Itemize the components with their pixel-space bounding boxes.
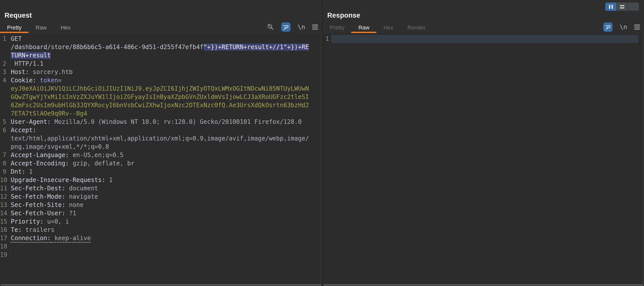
code-text: /dashboard/store/88b6b6c5-a614-486c-9d51… — [8, 43, 322, 51]
tab-hex[interactable]: Hex — [376, 23, 400, 33]
code-text: Host: sorcery.htb — [8, 68, 322, 76]
code-segment: = — [58, 77, 62, 84]
code-row: 8Accept-Encoding: gzip, deflate, br — [0, 159, 322, 168]
newline-icon[interactable]: \n — [620, 23, 627, 31]
line-number: 2 — [0, 60, 8, 68]
code-segment: png,image/svg+xml,*/*;q=0.8 — [11, 143, 109, 150]
line-number — [0, 85, 8, 93]
newline-glyph: \n — [620, 23, 627, 31]
line-number — [0, 51, 8, 60]
code-segment: Accept-Encoding: — [11, 160, 69, 167]
code-text: Te: trailers — [8, 226, 322, 234]
code-segment: Accept: — [11, 127, 36, 134]
code-segment: 7ETA7tSlAOe9q0Rv--Bg4 — [11, 110, 87, 117]
line-number: 5 — [0, 118, 8, 126]
line-number: 18 — [0, 242, 8, 251]
code-segment: GET — [11, 35, 22, 42]
code-row: /dashboard/store/88b6b6c5-a614-486c-9d51… — [0, 43, 322, 51]
line-number: 9 — [0, 168, 8, 176]
menu-icon[interactable] — [634, 25, 640, 29]
code-segment: Mozilla/5.0 (Windows NT 10.0; rv:128.0) … — [51, 118, 302, 125]
line-number — [0, 134, 8, 143]
code-row: 2 HTTP/1.1 — [0, 60, 322, 68]
code-segment: trailers — [22, 226, 54, 233]
line-number: 7 — [0, 151, 8, 159]
line-number: 19 — [0, 251, 8, 259]
word-wrap-icon[interactable] — [281, 22, 291, 32]
newline-icon[interactable]: \n — [298, 23, 305, 31]
code-segment: 6ZmFsc2UsIm9ubHlGb3JQYXRocyI6bnVsbCwiZXh… — [11, 102, 309, 109]
code-text: 7ETA7tSlAOe9q0Rv--Bg4 — [8, 110, 322, 118]
response-editor[interactable]: 1 — [323, 33, 644, 284]
code-row: 6Accept: — [0, 126, 322, 134]
line-number: 8 — [0, 159, 8, 168]
scrollbar-thumb[interactable] — [1, 284, 321, 285]
selected-text: TURN+result — [11, 52, 51, 59]
code-row: 17Connection: keep-alive — [0, 234, 322, 242]
line-number: 17 — [0, 234, 8, 242]
code-segment: Sec-Fetch-Site: — [11, 201, 65, 208]
tab-hex[interactable]: Hex — [54, 23, 77, 33]
code-text: 6ZmFsc2UsIm9ubHlGb3JQYXRocyI6bnVsbCwiZXh… — [8, 101, 322, 110]
horizontal-scrollbar[interactable] — [323, 284, 644, 286]
gutter-separator — [333, 33, 333, 284]
code-segment: Dnt: — [11, 168, 25, 175]
scrollbar-thumb[interactable] — [324, 284, 643, 285]
line-number: 3 — [0, 68, 8, 76]
code-row: 16Te: trailers — [0, 226, 322, 234]
code-text: Dnt: 1 — [8, 168, 322, 176]
code-segment: Accept-Language: — [11, 152, 69, 159]
code-segment: Sec-Fetch-Dest: — [11, 185, 65, 192]
code-segment: User-Agent: — [11, 118, 51, 125]
line-number: 1 — [323, 35, 331, 43]
code-row: 4Cookie: token= — [0, 76, 322, 85]
code-segment: en-US,en;q=0.5 — [69, 152, 124, 159]
code-text: text/html,application/xhtml+xml,applicat… — [8, 134, 322, 143]
tab-raw[interactable]: Raw — [351, 23, 376, 33]
code-row: 19 — [0, 251, 322, 259]
code-row: 1 — [323, 35, 644, 43]
code-segment: none — [65, 201, 84, 208]
code-text: Sec-Fetch-Site: none — [8, 201, 322, 209]
search-off-icon[interactable] — [267, 23, 274, 31]
response-panel: Response PrettyRawHexRender \n 1 — [323, 0, 644, 286]
word-wrap-icon[interactable] — [603, 22, 613, 32]
code-row: 9Dnt: 1 — [0, 168, 322, 176]
code-text: Accept-Encoding: gzip, deflate, br — [8, 159, 322, 168]
tab-raw[interactable]: Raw — [28, 23, 54, 33]
code-segment: Cookie: — [11, 77, 36, 84]
code-segment: u=0, i — [44, 218, 69, 225]
code-row: 7ETA7tSlAOe9q0Rv--Bg4 — [0, 110, 322, 118]
request-editor[interactable]: 1GET/dashboard/store/88b6b6c5-a614-486c-… — [0, 33, 322, 284]
code-text: TURN+result — [8, 51, 322, 60]
code-row: 5User-Agent: Mozilla/5.0 (Windows NT 10.… — [0, 118, 322, 126]
line-number: 12 — [0, 193, 8, 201]
code-text — [8, 242, 322, 251]
line-number: 15 — [0, 218, 8, 226]
code-segment: Te: — [11, 226, 22, 233]
line-number: 4 — [0, 76, 8, 85]
menu-icon[interactable] — [312, 25, 318, 29]
line-number: 13 — [0, 201, 8, 209]
response-panel-title: Response — [327, 12, 360, 19]
vertical-scrollbar[interactable] — [642, 33, 644, 284]
horizontal-scrollbar[interactable] — [0, 284, 322, 286]
code-row: 1GET — [0, 35, 322, 43]
code-text: Sec-Fetch-Mode: navigate — [8, 193, 322, 201]
code-row: GQwZTgwYjYxMiIsInVzZXJuYW1lIjoiZGFyayIsI… — [0, 93, 322, 101]
code-text: Sec-Fetch-User: ?1 — [8, 209, 322, 218]
code-segment: Sec-Fetch-User: — [11, 210, 65, 217]
code-segment: Priority: — [11, 218, 44, 225]
tab-pretty[interactable]: Pretty — [0, 23, 28, 33]
line-number — [0, 43, 8, 51]
selected-text: "+})+RETURN+result+//1"+})+RE — [204, 44, 309, 51]
code-row: 12Sec-Fetch-Mode: navigate — [0, 193, 322, 201]
request-tabs: PrettyRawHex — [0, 23, 78, 33]
tab-render[interactable]: Render — [400, 23, 433, 33]
code-text: Accept: — [8, 126, 322, 134]
code-segment: keep-alive — [51, 235, 91, 243]
tab-pretty[interactable]: Pretty — [323, 23, 351, 33]
line-number: 11 — [0, 184, 8, 193]
code-row: 6ZmFsc2UsIm9ubHlGb3JQYXRocyI6bnVsbCwiZXh… — [0, 101, 322, 110]
code-segment: /dashboard/store/88b6b6c5-a614-486c-9d51… — [11, 44, 204, 51]
